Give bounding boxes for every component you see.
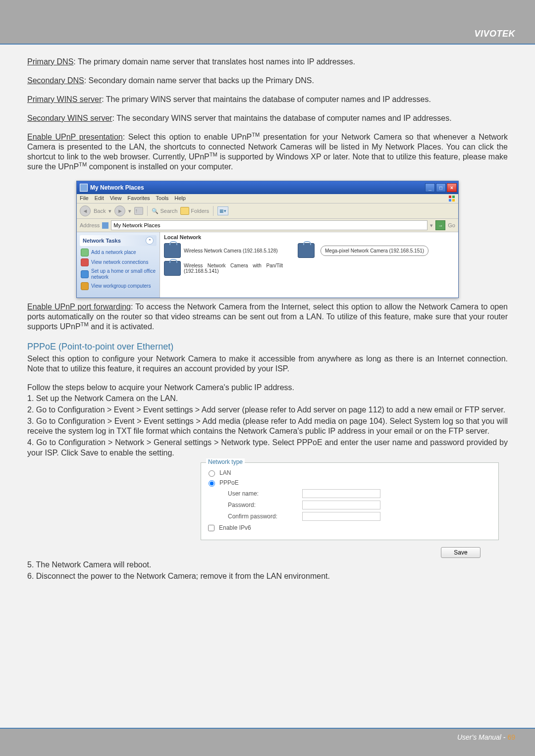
- address-label: Address: [80, 222, 100, 228]
- address-bar: Address ▾ → Go: [77, 219, 458, 232]
- primary-wins-label: Primary WINS server: [27, 95, 102, 103]
- folders-button[interactable]: Folders: [180, 207, 209, 215]
- task-view-connections[interactable]: View network connections: [81, 258, 156, 266]
- local-network-heading: Local Network: [164, 234, 454, 240]
- save-button[interactable]: Save: [441, 547, 481, 558]
- address-icon: [102, 222, 108, 229]
- folder-icon: [180, 207, 189, 215]
- step-3: 3. Go to Configuration > Event > Event s…: [27, 416, 508, 437]
- confirm-password-label: Confirm password:: [215, 513, 302, 520]
- step-1: 1. Set up the Network Camera on the LAN.: [27, 394, 508, 404]
- primary-wins-paragraph: Primary WINS server: The primary WINS se…: [27, 95, 508, 104]
- menu-help[interactable]: Help: [174, 195, 186, 202]
- ipv6-label: Enable IPv6: [219, 524, 251, 531]
- form-legend: Network type: [206, 458, 245, 465]
- back-label: Back: [94, 208, 106, 214]
- step-5: 5. The Network Camera will reboot.: [27, 560, 508, 570]
- menu-file[interactable]: File: [80, 195, 89, 202]
- pppoe-follow: Follow the steps below to acquire your N…: [27, 383, 508, 393]
- window-titlebar: My Network Places _ □ ×: [77, 181, 458, 194]
- footer-band: [0, 729, 535, 756]
- window-icon: [80, 184, 88, 192]
- step-4: 4. Go to Configuration > Network > Gener…: [27, 438, 508, 458]
- step-6: 6. Disconnect the power to the Network C…: [27, 571, 508, 582]
- address-input[interactable]: [111, 220, 428, 230]
- camera-icon: [164, 261, 181, 276]
- upnp-presentation-paragraph: Enable UPnP presentation: Select this op…: [27, 132, 508, 172]
- network-tasks-header[interactable]: Network Tasks ⌃: [80, 235, 157, 246]
- primary-dns-label: Primary DNS: [27, 57, 73, 66]
- pppoe-radio[interactable]: [209, 480, 215, 487]
- upnp-presentation-label: Enable UPnP presentation: [27, 133, 123, 141]
- ipv6-checkbox[interactable]: [208, 525, 214, 531]
- camera-item-1[interactable]: Wireless Network Camera (192.168.5.128): [164, 243, 283, 258]
- pppoe-label: PPPoE: [219, 479, 239, 486]
- footer-label: User's Manual - 69: [457, 733, 515, 741]
- svg-rect-2: [449, 199, 451, 202]
- brand-label: VIVOTEK: [474, 29, 515, 39]
- setup-network-icon: [81, 270, 89, 278]
- workgroup-icon: [81, 282, 89, 290]
- menu-bar: File Edit View Favorites Tools Help: [77, 194, 458, 203]
- task-view-workgroup[interactable]: View workgroup computers: [81, 282, 156, 290]
- secondary-wins-label: Secondary WINS server: [27, 114, 112, 122]
- confirm-password-input[interactable]: [302, 512, 380, 521]
- back-button[interactable]: ◄: [80, 205, 91, 216]
- username-label: User name:: [215, 490, 302, 497]
- network-type-form: Network type LAN PPPoE User name: Passwo…: [201, 462, 499, 540]
- menu-edit[interactable]: Edit: [95, 195, 104, 202]
- views-button[interactable]: ▦▾: [217, 206, 228, 215]
- network-places-window: My Network Places _ □ × File Edit View F…: [76, 181, 459, 298]
- primary-dns-paragraph: Primary DNS: The primary domain name ser…: [27, 57, 508, 67]
- search-button[interactable]: 🔍Search: [152, 208, 177, 214]
- toolbar: ◄ Back ▾ ► ▾ ↑ 🔍Search Folders ▦▾: [77, 203, 458, 219]
- upnp-forwarding-paragraph: Enable UPnP port forwarding: To access t…: [27, 302, 508, 332]
- step-2: 2. Go to Configuration > Event > Event s…: [27, 405, 508, 415]
- menu-favorites[interactable]: Favorites: [127, 195, 150, 202]
- username-input[interactable]: [302, 489, 380, 498]
- svg-rect-0: [449, 196, 451, 198]
- task-add-network-place[interactable]: Add a network place: [81, 249, 156, 256]
- page-number: 69: [507, 733, 515, 741]
- password-label: Password:: [215, 502, 302, 508]
- pppoe-intro: Select this option to configure your Net…: [27, 354, 508, 374]
- go-button[interactable]: →: [435, 220, 445, 230]
- secondary-wins-paragraph: Secondary WINS server: The secondary WIN…: [27, 113, 508, 123]
- task-setup-network[interactable]: Set up a home or small office network: [81, 268, 156, 280]
- camera-icon: [164, 243, 181, 258]
- collapse-icon: ⌃: [146, 237, 154, 245]
- svg-rect-1: [452, 196, 455, 198]
- window-title: My Network Places: [90, 184, 425, 191]
- close-button[interactable]: ×: [447, 183, 457, 192]
- svg-rect-3: [452, 199, 455, 202]
- minimize-button[interactable]: _: [425, 183, 435, 192]
- go-label: Go: [448, 222, 455, 228]
- menu-view[interactable]: View: [110, 195, 122, 202]
- password-input[interactable]: [302, 501, 380, 509]
- forward-button[interactable]: ►: [114, 205, 125, 216]
- camera-icon: [298, 243, 315, 258]
- menu-tools[interactable]: Tools: [156, 195, 169, 202]
- secondary-dns-label: Secondary DNS: [27, 76, 84, 85]
- callout-bubble: Mega-pixel Network Camera (192.168.5.151…: [321, 246, 428, 256]
- camera-item-2[interactable]: Wireless Network Camera with Pan/Tilt (1…: [164, 261, 283, 276]
- windows-flag-icon: [448, 195, 455, 202]
- upnp-forwarding-label: Enable UPnP port forwarding: [27, 302, 131, 311]
- lan-label: LAN: [219, 469, 231, 476]
- main-panel: Local Network Wireless Network Camera (1…: [160, 232, 458, 298]
- lan-radio[interactable]: [209, 470, 215, 477]
- up-folder-icon[interactable]: ↑: [134, 207, 143, 215]
- secondary-dns-paragraph: Secondary DNS: Secondary domain name ser…: [27, 76, 508, 86]
- add-place-icon: [81, 249, 89, 256]
- view-connections-icon: [81, 258, 89, 266]
- maximize-button[interactable]: □: [436, 183, 446, 192]
- pppoe-heading: PPPoE (Point-to-point over Ethernet): [27, 342, 508, 352]
- sidebar: Network Tasks ⌃ Add a network place View…: [77, 232, 160, 298]
